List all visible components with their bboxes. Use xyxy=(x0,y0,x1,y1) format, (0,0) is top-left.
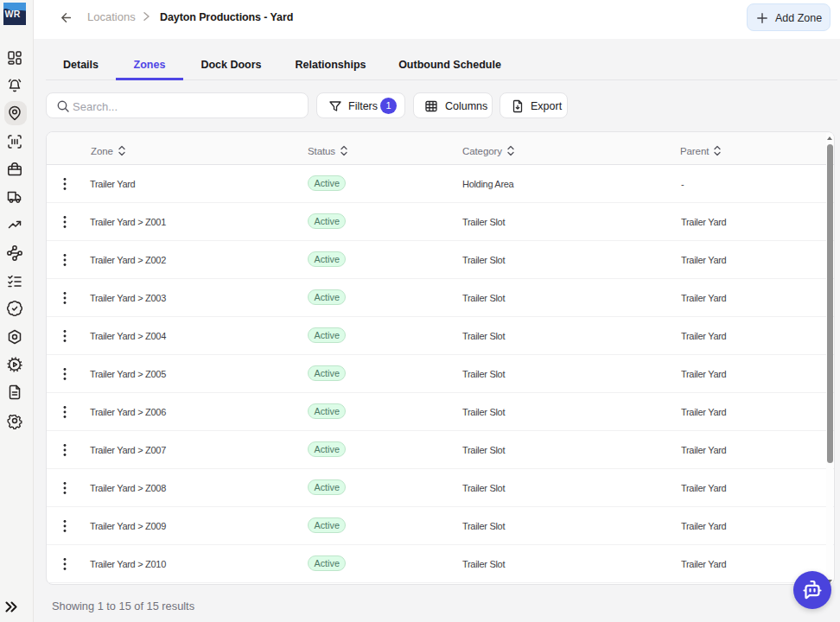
svg-text:WR: WR xyxy=(5,9,21,19)
